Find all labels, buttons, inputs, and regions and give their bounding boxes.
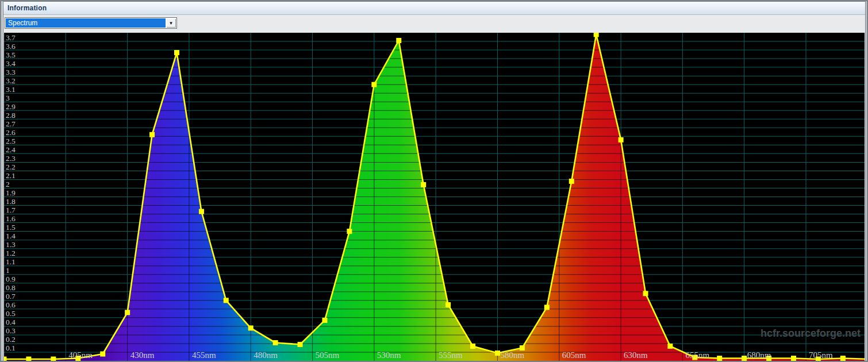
y-tick-label: 1.9 xyxy=(6,188,16,197)
x-tick-label: 680nm xyxy=(747,351,771,360)
x-tick-label: 430nm xyxy=(130,351,155,360)
y-tick-label: 0.9 xyxy=(6,275,16,283)
information-pane: Information Spectrum ▼ hcfr.sourceforge.… xyxy=(0,0,868,362)
spectrum-area-fill xyxy=(4,34,865,361)
y-tick-label: 1 xyxy=(6,266,10,275)
y-tick-label: 2.2 xyxy=(6,163,16,171)
y-tick-label: 3.5 xyxy=(6,51,16,59)
y-tick-label: 2.4 xyxy=(6,145,16,154)
y-tick-label: 2.1 xyxy=(6,171,16,180)
y-tick-label: 0.3 xyxy=(6,326,16,335)
x-tick-label: 455nm xyxy=(192,351,216,360)
x-tick-label: 505nm xyxy=(316,351,340,360)
y-tick-label: 0.8 xyxy=(6,283,16,292)
y-tick-label: 3.1 xyxy=(6,85,16,94)
y-tick-label: 2.3 xyxy=(6,154,16,163)
y-axis-labels: 0.10.20.30.40.50.60.70.80.911.11.21.31.4… xyxy=(6,33,16,353)
y-tick-label: 3.2 xyxy=(6,76,16,85)
y-tick-label: 0.4 xyxy=(6,318,16,326)
y-tick-label: 3.4 xyxy=(6,59,16,68)
watermark: hcfr.sourceforge.net xyxy=(761,328,861,339)
y-tick-label: 0.6 xyxy=(6,301,16,309)
y-tick-label: 1.8 xyxy=(6,197,16,206)
x-tick-label: 530nm xyxy=(377,351,401,360)
y-tick-label: 1.2 xyxy=(6,249,16,257)
x-tick-label: 405nm xyxy=(68,351,93,360)
y-tick-label: 1.6 xyxy=(6,214,16,223)
x-tick-label: 480nm xyxy=(254,351,278,360)
pane-titlebar: Information xyxy=(3,2,865,15)
toolbar: Spectrum ▼ xyxy=(3,15,865,33)
y-tick-label: 2.8 xyxy=(6,111,16,120)
y-tick-label: 1.5 xyxy=(6,223,16,232)
y-tick-label: 3 xyxy=(6,94,10,102)
y-tick-label: 0.5 xyxy=(6,309,16,318)
y-tick-label: 0.1 xyxy=(6,344,16,352)
view-selector-combobox[interactable]: Spectrum ▼ xyxy=(5,17,177,29)
y-tick-label: 3.6 xyxy=(6,42,16,51)
x-tick-label: 655nm xyxy=(685,351,709,360)
y-tick-label: 2.5 xyxy=(6,137,16,145)
y-tick-label: 1.4 xyxy=(6,232,16,240)
x-tick-label: 605nm xyxy=(562,351,586,360)
spectrum-chart: hcfr.sourceforge.net0.10.20.30.40.50.60.… xyxy=(4,33,865,361)
y-tick-label: 2.6 xyxy=(6,128,16,137)
spectrum-chart-canvas: hcfr.sourceforge.net0.10.20.30.40.50.60.… xyxy=(4,33,865,361)
y-tick-label: 2 xyxy=(6,180,10,188)
y-tick-label: 1.7 xyxy=(6,206,16,214)
y-tick-label: 0.2 xyxy=(6,335,16,344)
x-tick-label: 555nm xyxy=(439,351,463,360)
view-selector-value[interactable]: Spectrum xyxy=(6,18,166,28)
x-tick-label: 580nm xyxy=(500,351,524,360)
y-tick-label: 1.1 xyxy=(6,257,16,266)
y-tick-label: 3.3 xyxy=(6,68,16,76)
chevron-down-icon[interactable]: ▼ xyxy=(166,18,176,28)
y-tick-label: 0.7 xyxy=(6,292,16,301)
y-tick-label: 3.7 xyxy=(6,33,16,42)
y-tick-label: 2.9 xyxy=(6,102,16,111)
x-tick-label: 705nm xyxy=(809,351,833,360)
pane-title: Information xyxy=(7,4,47,12)
x-tick-label: 630nm xyxy=(624,351,648,360)
y-tick-label: 1.3 xyxy=(6,240,16,249)
y-tick-label: 2.7 xyxy=(6,120,16,128)
pane-content: Information Spectrum ▼ hcfr.sourceforge.… xyxy=(3,2,865,361)
